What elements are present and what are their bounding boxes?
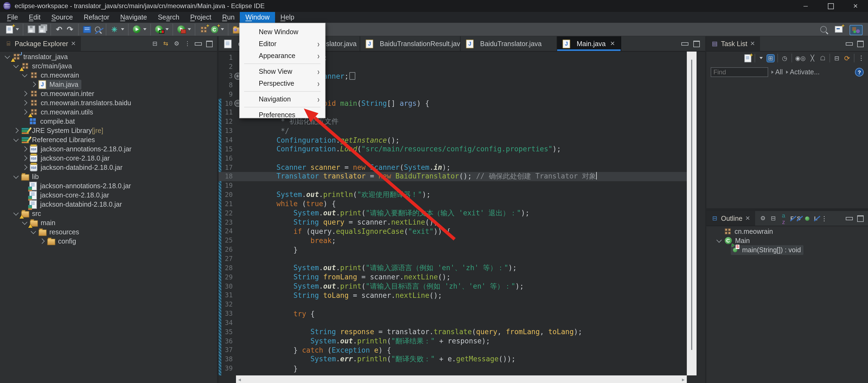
chevron-down-icon[interactable] [31, 228, 36, 234]
maximize-view-icon[interactable] [693, 40, 700, 47]
hide-locals-icon[interactable]: L [814, 215, 817, 221]
tree-item-jackson-databind-2-18-0-jar[interactable]: 010jackson-databind-2.18.0.jar [0, 163, 217, 172]
dropdown-caret-icon[interactable] [221, 28, 224, 30]
filter-all-dropdown[interactable]: All [771, 68, 783, 76]
menu-file[interactable]: File [2, 12, 23, 23]
package-explorer-tab[interactable]: ⌸ Package Explorer ✕ [0, 36, 81, 51]
dropdown-caret-icon[interactable] [143, 28, 147, 30]
menu-help[interactable]: Help [275, 12, 300, 23]
menu-item-appearance[interactable]: Appearance› [240, 50, 325, 62]
tree-item-jre-system-library[interactable]: JRE System Library [jre] [0, 126, 217, 135]
menu-navigate[interactable]: Navigate [115, 12, 152, 23]
editor-tab-slator-java[interactable]: slator.java [321, 36, 360, 51]
focus-icon[interactable]: ⚙ [173, 40, 180, 47]
menu-item-show-view[interactable]: Show View› [240, 65, 325, 77]
collapse-icon[interactable]: ⊟ [833, 55, 840, 62]
help-icon[interactable]: ? [855, 68, 864, 76]
chevron-right-icon[interactable] [22, 91, 27, 96]
menu-search[interactable]: Search [152, 12, 185, 23]
view-menu-icon[interactable]: ⋮ [184, 40, 191, 47]
collapse-all-icon[interactable]: ⊟ [151, 40, 158, 47]
hide-non-public-icon[interactable] [804, 216, 811, 221]
menu-edit[interactable]: Edit [23, 12, 46, 23]
java-perspective-icon[interactable] [849, 25, 863, 34]
coverage-icon[interactable] [177, 25, 186, 34]
chevron-down-icon[interactable] [5, 53, 10, 59]
horizontal-scrollbar[interactable]: ◂ ▸ [236, 375, 687, 383]
close-icon[interactable]: ✕ [745, 215, 750, 222]
chevron-right-icon[interactable] [13, 128, 19, 133]
dropdown-caret-icon[interactable] [760, 57, 763, 59]
chevron-right-icon[interactable] [22, 165, 27, 170]
search-icon[interactable] [819, 25, 828, 34]
categorized-icon[interactable]: ⊞ [767, 55, 774, 62]
save-all-icon[interactable] [38, 25, 46, 34]
outline-tab[interactable]: ⊟ Outline ✕ [706, 211, 755, 226]
view-menu-icon[interactable]: ⋮ [820, 215, 828, 222]
vertical-scrollbar-thumb[interactable] [691, 60, 692, 350]
menu-window[interactable]: Window [240, 12, 275, 23]
maximize-view-icon[interactable] [206, 40, 213, 47]
console-icon[interactable] [83, 25, 91, 34]
menu-item-navigation[interactable]: Navigation› [240, 93, 325, 105]
tree-item-referenced-libraries[interactable]: Referenced Libraries [0, 135, 217, 144]
outline-item-main[interactable]: CMain [706, 236, 868, 245]
tree-item-config[interactable]: config [0, 236, 217, 246]
chevron-down-icon[interactable] [716, 237, 722, 243]
back-icon[interactable]: ↶ [55, 25, 63, 34]
scroll-left-arrow-icon[interactable]: ◂ [238, 376, 241, 382]
tree-item-lib[interactable]: lib [0, 172, 217, 181]
new-wizard-icon[interactable]: + [5, 25, 13, 34]
save-icon[interactable] [27, 25, 36, 34]
outline-tree[interactable]: cn.meowrainCMainSmain(String[]) : void [706, 227, 868, 383]
vertical-scrollbar[interactable] [687, 52, 696, 375]
chevron-down-icon[interactable] [22, 72, 27, 77]
outline-item-main-string-void[interactable]: Smain(String[]) : void [706, 245, 868, 254]
editor-tab-baidutranslator-java[interactable]: JBaiduTranslator.java [461, 36, 557, 51]
menu-item-perspective[interactable]: Perspective› [240, 77, 325, 89]
link-editor-icon[interactable]: ⇆ [162, 40, 169, 47]
tree-item-cn-meowrain[interactable]: cn.meowrain [0, 70, 217, 80]
minimize-view-icon[interactable] [846, 42, 853, 45]
tree-item-compile-bat[interactable]: compile.bat [0, 117, 217, 126]
tree-item-jackson-core-2-18-0-jar[interactable]: 010jackson-core-2.18.0.jar [0, 154, 217, 163]
dropdown-caret-icon[interactable] [165, 28, 169, 30]
tree-item-translator-java[interactable]: Jtranslator_java [0, 52, 217, 61]
new-package-icon[interactable]: + [199, 25, 208, 34]
hide-fields-icon[interactable]: F [790, 215, 794, 221]
activate-dropdown[interactable]: Activate... [786, 68, 820, 76]
close-icon[interactable]: ✕ [750, 40, 755, 47]
minimize-button[interactable]: ─ [793, 0, 818, 12]
chevron-right-icon[interactable] [22, 146, 27, 152]
chevron-right-icon[interactable] [31, 82, 36, 87]
run-icon[interactable] [132, 25, 141, 34]
menu-item-new-window[interactable]: New Window [240, 26, 325, 38]
forward-icon[interactable]: ↷ [66, 25, 74, 34]
hide-static-icon[interactable]: S [797, 215, 801, 221]
minimize-view-icon[interactable] [681, 42, 688, 45]
tree-item-jackson-annotations-2-18-0-jar[interactable]: jackson-annotations-2.18.0.jar [0, 181, 217, 190]
dropdown-caret-icon[interactable] [188, 28, 191, 30]
tree-item-cn-meowrain-utils[interactable]: cn.meowrain.utils [0, 107, 217, 117]
scheduled-icon[interactable]: ◷ [781, 55, 788, 62]
menu-run[interactable]: Run [217, 12, 240, 23]
sash[interactable] [706, 208, 868, 211]
tree-item-jackson-core-2-18-0-jar[interactable]: jackson-core-2.18.0.jar [0, 190, 217, 200]
chevron-right-icon[interactable] [39, 238, 45, 244]
chevron-right-icon[interactable] [22, 100, 27, 105]
new-class-icon[interactable]: C+ [210, 25, 219, 34]
close-button[interactable]: ✕ [843, 0, 868, 12]
chevron-down-icon[interactable] [13, 62, 19, 68]
chevron-down-icon[interactable] [13, 173, 19, 179]
search-off-icon[interactable] [93, 25, 102, 34]
dropdown-caret-icon[interactable] [16, 28, 19, 30]
open-perspective-icon[interactable]: + [834, 25, 843, 34]
tree-item-cn-meowrain-inter[interactable]: cn.meowrain.inter [0, 89, 217, 98]
maximize-view-icon[interactable] [857, 215, 864, 222]
minimize-view-icon[interactable] [195, 42, 202, 45]
menu-item-editor[interactable]: Editor› [240, 38, 325, 50]
chevron-right-icon[interactable] [22, 155, 27, 161]
scroll-right-arrow-icon[interactable]: ▸ [682, 376, 685, 382]
tree-item-resources[interactable]: resources [0, 227, 217, 236]
sort-az-icon[interactable]: az [780, 212, 787, 225]
